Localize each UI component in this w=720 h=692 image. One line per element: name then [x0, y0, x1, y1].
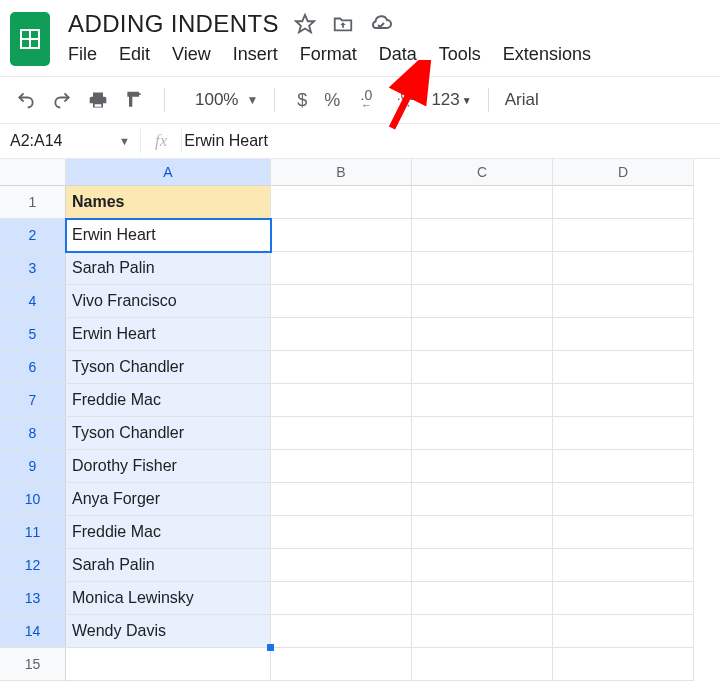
- cell-D7[interactable]: [553, 384, 694, 417]
- row-header-9[interactable]: 9: [0, 450, 66, 483]
- cell-A10[interactable]: Anya Forger: [66, 483, 271, 516]
- cell-D13[interactable]: [553, 582, 694, 615]
- cell-B3[interactable]: [271, 252, 412, 285]
- cell-C3[interactable]: [412, 252, 553, 285]
- cell-C14[interactable]: [412, 615, 553, 648]
- cell-A15[interactable]: [66, 648, 271, 681]
- cell-B9[interactable]: [271, 450, 412, 483]
- font-dropdown[interactable]: Arial: [505, 90, 539, 110]
- cell-A11[interactable]: Freddie Mac: [66, 516, 271, 549]
- cell-C8[interactable]: [412, 417, 553, 450]
- row-header-12[interactable]: 12: [0, 549, 66, 582]
- cell-C7[interactable]: [412, 384, 553, 417]
- decrease-decimal-button[interactable]: .0 ←: [351, 86, 381, 114]
- cell-D9[interactable]: [553, 450, 694, 483]
- cell-D11[interactable]: [553, 516, 694, 549]
- menu-data[interactable]: Data: [379, 44, 417, 65]
- cell-A12[interactable]: Sarah Palin: [66, 549, 271, 582]
- cell-D8[interactable]: [553, 417, 694, 450]
- cell-A5[interactable]: Erwin Heart: [66, 318, 271, 351]
- more-formats-dropdown[interactable]: 123 ▼: [431, 90, 471, 110]
- menu-edit[interactable]: Edit: [119, 44, 150, 65]
- cell-D15[interactable]: [553, 648, 694, 681]
- col-header-A[interactable]: A: [66, 159, 271, 186]
- menu-tools[interactable]: Tools: [439, 44, 481, 65]
- undo-button[interactable]: [12, 86, 40, 114]
- row-header-10[interactable]: 10: [0, 483, 66, 516]
- cell-D2[interactable]: [553, 219, 694, 252]
- cell-A4[interactable]: Vivo Francisco: [66, 285, 271, 318]
- menu-view[interactable]: View: [172, 44, 211, 65]
- row-header-2[interactable]: 2: [0, 219, 66, 252]
- redo-button[interactable]: [48, 86, 76, 114]
- row-header-1[interactable]: 1: [0, 186, 66, 219]
- cell-B12[interactable]: [271, 549, 412, 582]
- print-button[interactable]: [84, 86, 112, 114]
- cell-C13[interactable]: [412, 582, 553, 615]
- cell-A9[interactable]: Dorothy Fisher: [66, 450, 271, 483]
- menu-format[interactable]: Format: [300, 44, 357, 65]
- cell-C15[interactable]: [412, 648, 553, 681]
- move-icon[interactable]: [331, 12, 355, 36]
- cloud-status-icon[interactable]: [369, 12, 393, 36]
- paint-format-button[interactable]: [120, 86, 148, 114]
- cell-B13[interactable]: [271, 582, 412, 615]
- cell-B10[interactable]: [271, 483, 412, 516]
- cell-A14[interactable]: Wendy Davis: [66, 615, 271, 648]
- star-icon[interactable]: [293, 12, 317, 36]
- cell-B7[interactable]: [271, 384, 412, 417]
- cell-C11[interactable]: [412, 516, 553, 549]
- cell-C6[interactable]: [412, 351, 553, 384]
- cell-B5[interactable]: [271, 318, 412, 351]
- cell-A7[interactable]: Freddie Mac: [66, 384, 271, 417]
- cell-B11[interactable]: [271, 516, 412, 549]
- selection-handle[interactable]: [267, 644, 274, 651]
- col-header-C[interactable]: C: [412, 159, 553, 186]
- row-header-11[interactable]: 11: [0, 516, 66, 549]
- cell-B1[interactable]: [271, 186, 412, 219]
- increase-decimal-button[interactable]: .00 →: [389, 86, 423, 114]
- menu-file[interactable]: File: [68, 44, 97, 65]
- cell-A2[interactable]: Erwin Heart: [66, 219, 271, 252]
- row-header-3[interactable]: 3: [0, 252, 66, 285]
- cell-A6[interactable]: Tyson Chandler: [66, 351, 271, 384]
- name-box[interactable]: A2:A14 ▼: [0, 132, 140, 150]
- cell-D5[interactable]: [553, 318, 694, 351]
- cell-D10[interactable]: [553, 483, 694, 516]
- cell-A3[interactable]: Sarah Palin: [66, 252, 271, 285]
- zoom-dropdown[interactable]: 100% ▼: [195, 90, 258, 110]
- row-header-6[interactable]: 6: [0, 351, 66, 384]
- cell-B8[interactable]: [271, 417, 412, 450]
- cell-D6[interactable]: [553, 351, 694, 384]
- cell-B4[interactable]: [271, 285, 412, 318]
- cell-D4[interactable]: [553, 285, 694, 318]
- cell-C4[interactable]: [412, 285, 553, 318]
- cell-D12[interactable]: [553, 549, 694, 582]
- cell-C5[interactable]: [412, 318, 553, 351]
- spreadsheet-grid[interactable]: ABCD1Names2Erwin Heart3Sarah Palin4Vivo …: [0, 159, 720, 681]
- cell-D1[interactable]: [553, 186, 694, 219]
- cell-D3[interactable]: [553, 252, 694, 285]
- cell-C10[interactable]: [412, 483, 553, 516]
- col-header-B[interactable]: B: [271, 159, 412, 186]
- row-header-13[interactable]: 13: [0, 582, 66, 615]
- select-all-corner[interactable]: [0, 159, 66, 186]
- doc-title[interactable]: ADDING INDENTS: [68, 10, 279, 38]
- formula-input[interactable]: [182, 131, 720, 151]
- cell-D14[interactable]: [553, 615, 694, 648]
- row-header-5[interactable]: 5: [0, 318, 66, 351]
- cell-A13[interactable]: Monica Lewinsky: [66, 582, 271, 615]
- format-percent-button[interactable]: %: [321, 86, 343, 114]
- cell-A8[interactable]: Tyson Chandler: [66, 417, 271, 450]
- cell-C2[interactable]: [412, 219, 553, 252]
- menu-extensions[interactable]: Extensions: [503, 44, 591, 65]
- menu-insert[interactable]: Insert: [233, 44, 278, 65]
- row-header-15[interactable]: 15: [0, 648, 66, 681]
- cell-C12[interactable]: [412, 549, 553, 582]
- cell-B2[interactable]: [271, 219, 412, 252]
- format-currency-button[interactable]: $: [291, 86, 313, 114]
- cell-B15[interactable]: [271, 648, 412, 681]
- cell-B6[interactable]: [271, 351, 412, 384]
- col-header-D[interactable]: D: [553, 159, 694, 186]
- row-header-8[interactable]: 8: [0, 417, 66, 450]
